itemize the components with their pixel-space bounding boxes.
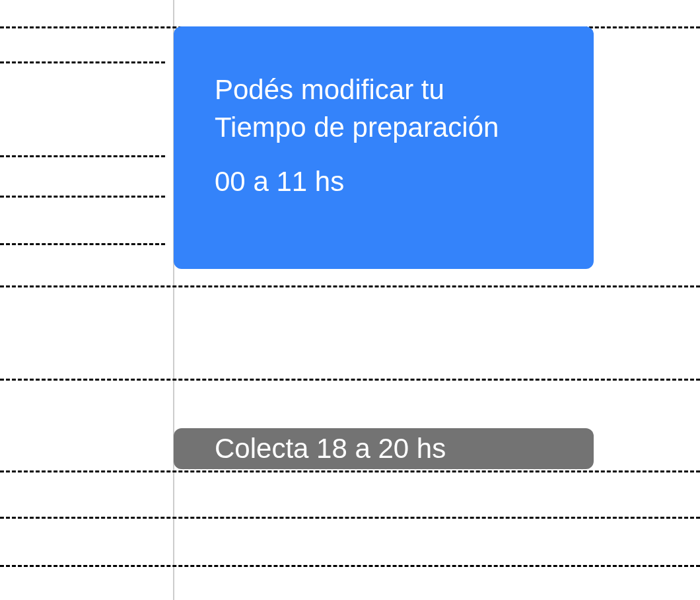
collection-event[interactable]: Colecta 18 a 20 hs — [174, 428, 594, 469]
prep-time-range: 00 a 11 hs — [215, 166, 553, 198]
prep-time-title-line2: Tiempo de preparación — [215, 112, 499, 143]
timeline-gridline-partial — [0, 243, 165, 245]
timeline-gridline — [0, 517, 700, 519]
timeline-gridline-partial — [0, 155, 165, 157]
timeline-container: Podés modificar tu Tiempo de preparación… — [0, 0, 700, 600]
collection-label: Colecta 18 a 20 hs — [215, 433, 446, 465]
timeline-gridline — [0, 470, 700, 472]
prep-time-title-line1: Podés modificar tu — [215, 74, 444, 105]
prep-time-title: Podés modificar tu Tiempo de preparación — [215, 71, 553, 146]
timeline-gridline-partial — [0, 196, 165, 198]
timeline-gridline-partial — [0, 61, 165, 63]
timeline-gridline — [0, 565, 700, 567]
timeline-gridline — [0, 285, 700, 287]
prep-time-event[interactable]: Podés modificar tu Tiempo de preparación… — [174, 26, 594, 269]
timeline-gridline — [0, 379, 700, 381]
